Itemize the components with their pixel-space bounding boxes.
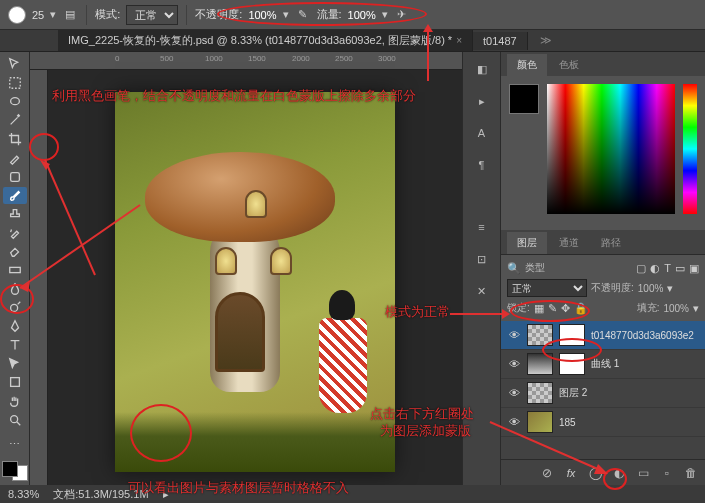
edit-toolbar-icon[interactable]: ⋯ <box>3 437 27 454</box>
adjustment-layer-icon[interactable]: ◐ <box>611 465 627 481</box>
visibility-icon[interactable]: 👁 <box>507 358 521 370</box>
character-panel-icon[interactable]: A <box>471 122 493 144</box>
layer-thumb[interactable] <box>527 324 553 346</box>
close-icon[interactable]: × <box>456 35 462 46</box>
paragraph-panel-icon[interactable]: ¶ <box>471 154 493 176</box>
tab-swatches[interactable]: 色板 <box>549 54 589 76</box>
blend-mode-select[interactable]: 正常 <box>126 5 178 25</box>
pressure-opacity-icon[interactable]: ✎ <box>295 7 311 23</box>
lasso-tool[interactable] <box>3 93 27 110</box>
layer-name[interactable]: 曲线 1 <box>591 357 619 371</box>
filter-smart-icon[interactable]: ▣ <box>689 262 699 275</box>
tab-color[interactable]: 颜色 <box>507 54 547 76</box>
opacity-value[interactable]: 100% <box>248 9 276 21</box>
zoom-level[interactable]: 8.33% <box>8 488 39 500</box>
layer-item[interactable]: 👁 185 <box>501 408 705 437</box>
filter-type-icon[interactable]: T <box>664 262 671 274</box>
pen-tool[interactable] <box>3 318 27 335</box>
link-layers-icon[interactable]: ⊘ <box>539 465 555 481</box>
brush-panel-icon[interactable]: ▤ <box>62 7 78 23</box>
stamp-tool[interactable] <box>3 206 27 223</box>
history-brush-tool[interactable] <box>3 224 27 241</box>
hue-slider[interactable] <box>683 84 697 214</box>
tab-overflow-icon[interactable]: ≫ <box>540 34 552 47</box>
lock-all-icon[interactable]: 🔒 <box>574 302 588 315</box>
foreground-color[interactable] <box>2 461 18 477</box>
collapsed-panels: ◧ ▸ A ¶ ≡ ⊡ ✕ <box>462 52 500 485</box>
layer-item[interactable]: 👁 图层 2 <box>501 379 705 408</box>
layer-thumb[interactable] <box>527 382 553 404</box>
layer-name[interactable]: t0148770d3d3a6093e2 <box>591 330 694 341</box>
tab-paths[interactable]: 路径 <box>591 232 631 254</box>
canvas[interactable] <box>115 92 395 472</box>
chevron-down-icon[interactable]: ▾ <box>382 8 388 21</box>
visibility-icon[interactable]: 👁 <box>507 416 521 428</box>
crop-tool[interactable] <box>3 131 27 148</box>
layer-item[interactable]: 👁 t0148770d3d3a6093e2 <box>501 321 705 350</box>
add-mask-icon[interactable]: ◯ <box>587 465 603 481</box>
mask-thumb[interactable] <box>559 353 585 375</box>
tab-channels[interactable]: 通道 <box>549 232 589 254</box>
fill-value[interactable]: 100% <box>663 303 689 314</box>
airbrush-icon[interactable]: ✈ <box>394 7 410 23</box>
eraser-tool[interactable] <box>3 243 27 260</box>
filter-kind[interactable]: 类型 <box>525 261 545 275</box>
lock-trans-icon[interactable]: ▦ <box>534 302 544 315</box>
snap-panel-icon[interactable]: ⊡ <box>471 248 493 270</box>
filter-adj-icon[interactable]: ◐ <box>650 262 660 275</box>
layer-thumb[interactable] <box>527 353 553 375</box>
layer-name[interactable]: 图层 2 <box>559 386 587 400</box>
color-swatches[interactable] <box>2 461 28 481</box>
filter-shape-icon[interactable]: ▭ <box>675 262 685 275</box>
layer-thumb[interactable] <box>527 411 553 433</box>
brush-size[interactable]: 25 <box>32 9 44 21</box>
actions-panel-icon[interactable]: ▸ <box>471 90 493 112</box>
type-tool[interactable] <box>3 337 27 354</box>
blur-tool[interactable] <box>3 280 27 297</box>
transform-panel-icon[interactable]: ✕ <box>471 280 493 302</box>
flow-value[interactable]: 100% <box>348 9 376 21</box>
color-current[interactable] <box>509 84 539 114</box>
color-spectrum[interactable] <box>547 84 675 214</box>
mask-thumb[interactable] <box>559 324 585 346</box>
brush-tool[interactable] <box>3 187 27 204</box>
brush-preview[interactable] <box>8 6 26 24</box>
tab-document-1[interactable]: IMG_2225-恢复的-恢复的.psd @ 8.33% (t0148770d3… <box>58 30 473 51</box>
zoom-tool[interactable] <box>3 411 27 428</box>
canvas-area: 0 500 1000 1500 2000 2500 3000 <box>30 52 462 485</box>
visibility-icon[interactable]: 👁 <box>507 329 521 341</box>
lock-pos-icon[interactable]: ✥ <box>561 302 570 315</box>
lock-paint-icon[interactable]: ✎ <box>548 302 557 315</box>
align-panel-icon[interactable]: ≡ <box>471 216 493 238</box>
visibility-icon[interactable]: 👁 <box>507 387 521 399</box>
layer-name[interactable]: 185 <box>559 417 576 428</box>
layer-fx-icon[interactable]: fx <box>563 465 579 481</box>
chevron-down-icon[interactable]: ▾ <box>667 282 673 295</box>
path-tool[interactable] <box>3 355 27 372</box>
chevron-down-icon[interactable]: ▾ <box>693 302 699 315</box>
ruler-horizontal[interactable]: 0 500 1000 1500 2000 2500 3000 <box>30 52 462 70</box>
hand-tool[interactable] <box>3 393 27 410</box>
gradient-tool[interactable] <box>3 262 27 279</box>
shape-tool[interactable] <box>3 374 27 391</box>
tab-layers[interactable]: 图层 <box>507 232 547 254</box>
layer-item[interactable]: 👁 曲线 1 <box>501 350 705 379</box>
eyedropper-tool[interactable] <box>3 150 27 167</box>
layer-blend-select[interactable]: 正常 <box>507 279 587 297</box>
wand-tool[interactable] <box>3 112 27 129</box>
tab-document-2[interactable]: t01487 <box>473 32 528 50</box>
marquee-tool[interactable] <box>3 75 27 92</box>
delete-layer-icon[interactable]: 🗑 <box>683 465 699 481</box>
chevron-down-icon[interactable]: ▾ <box>50 8 56 21</box>
chevron-down-icon[interactable]: ▾ <box>283 8 289 21</box>
heal-tool[interactable] <box>3 168 27 185</box>
dodge-tool[interactable] <box>3 299 27 316</box>
group-icon[interactable]: ▭ <box>635 465 651 481</box>
chevron-right-icon[interactable]: ▸ <box>163 488 169 501</box>
layer-opacity[interactable]: 100% <box>638 283 664 294</box>
new-layer-icon[interactable]: ▫ <box>659 465 675 481</box>
history-panel-icon[interactable]: ◧ <box>471 58 493 80</box>
move-tool[interactable] <box>3 56 27 73</box>
filter-img-icon[interactable]: ▢ <box>636 262 646 275</box>
ruler-vertical[interactable] <box>30 70 48 485</box>
